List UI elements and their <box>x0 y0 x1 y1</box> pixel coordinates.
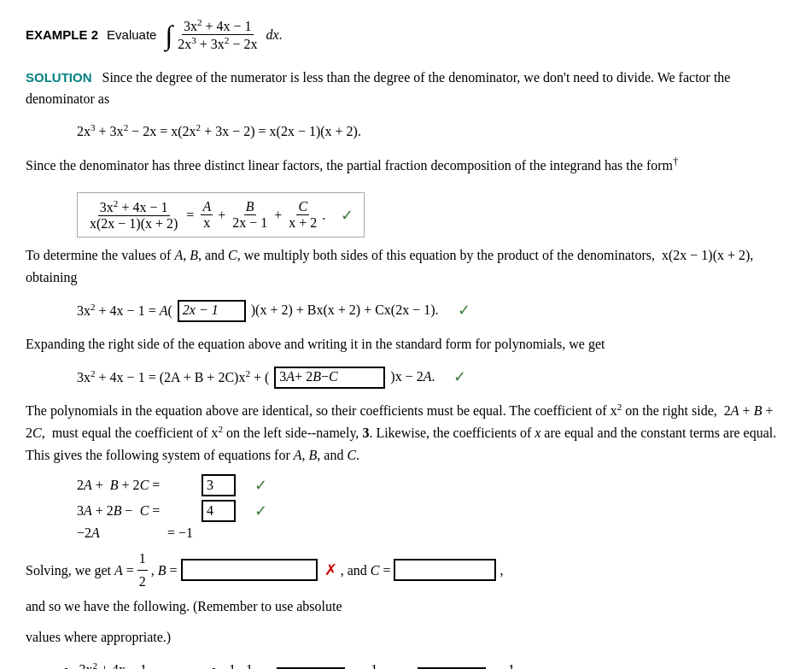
half-x-num: 1 <box>227 662 237 669</box>
sys3-lhs: −2A <box>77 525 162 541</box>
final-lhs-num: 3x2 + 4x − 1 <box>77 660 149 669</box>
solving-text2: and so we have the following. (Remember … <box>26 596 342 618</box>
checkmark-eq2: ✓ <box>453 363 466 390</box>
pf-B-den: 2x − 1 <box>231 215 269 231</box>
b-denom-frac: 1 2x − 1 <box>355 662 394 669</box>
solving-C-input[interactable] <box>394 559 496 581</box>
xmark-B: ✗ <box>324 558 337 583</box>
system-line-3: −2A = −1 <box>77 525 786 541</box>
text5-para: The polynomials in the equation above ar… <box>26 400 786 466</box>
sys2-input[interactable]: 4 <box>202 500 236 522</box>
final-integral-sign-lhs: ∫ <box>60 666 67 669</box>
solution-intro: SOLUTION Since the degree of the numerat… <box>26 67 786 110</box>
main-integral-fraction: 3x2 + 4x − 1 2x3 + 3x2 − 2x <box>176 17 259 53</box>
eq1-rhs: )(x + 2) + Bx(x + 2) + Cx(2x − 1). <box>251 298 439 323</box>
text4-para: Expanding the right side of the equation… <box>26 333 786 355</box>
example-header: EXAMPLE 2 Evaluate ∫ 3x2 + 4x − 1 2x3 + … <box>26 17 786 53</box>
c-denom-frac: 1 x + 2 <box>495 662 527 669</box>
eq2-lhs: 3x2 + 4x − 1 = (2A + B + 2C)x2 + ( <box>77 365 269 390</box>
system-block: 2A + B + 2C = 3 ✓ 3A + 2B − C = 4 ✓ −2A … <box>77 474 786 541</box>
final-lhs-frac: 3x2 + 4x − 1 2x3 + 3x2 − 2x <box>72 660 155 669</box>
solution-text1: Since the degree of the numerator is les… <box>26 70 730 107</box>
plus-1: + <box>218 208 225 223</box>
sys2-lhs: 3A + 2B − C = <box>77 503 196 519</box>
b-denom-num: 1 <box>369 662 379 669</box>
sys3-rhs: = −1 <box>167 525 193 541</box>
pf-B-num: B <box>244 199 256 215</box>
factoring-line: 2x3 + 3x2 − 2x = x(2x2 + 3x − 2) = x(2x … <box>77 119 786 144</box>
c-denom-num: 1 <box>506 662 517 669</box>
text2-content: Since the denominator has three distinct… <box>26 158 678 173</box>
system-line-2: 3A + 2B − C = 4 ✓ <box>77 500 786 522</box>
one-x-num: 1 <box>244 662 254 669</box>
comma-b: , B = <box>151 560 178 582</box>
half-fraction: 1 2 <box>137 548 148 592</box>
solving-A-val: 1 2 <box>137 548 148 592</box>
text3-para: To determine the values of A, B, and C, … <box>26 244 786 288</box>
pf-A-den: x <box>202 215 212 231</box>
checkmark-sys2: ✓ <box>254 502 267 520</box>
example-label: EXAMPLE 2 <box>26 27 98 42</box>
equation1-line: 3x2 + 4x − 1 = A( 2x − 1 )(x + 2) + Bx(x… <box>77 296 786 324</box>
absolute-values-line: values where appropriate.) <box>26 626 786 648</box>
pf-decomposition-box: 3x2 + 4x − 1 x(2x − 1)(x + 2) = A x + B … <box>77 192 365 238</box>
equation2-input[interactable]: 3A + 2B − C <box>274 367 385 389</box>
pf-A-frac: A x <box>201 199 213 231</box>
half-den: 2 <box>137 571 148 593</box>
evaluate-label: Evaluate <box>107 27 156 42</box>
comma-after-c: , <box>499 560 503 582</box>
checkmark-eq1: ✓ <box>458 296 470 324</box>
system-line-1: 2A + B + 2C = 3 ✓ <box>77 474 786 496</box>
text2-para: Since the denominator has three distinct… <box>26 153 786 177</box>
half-num: 1 <box>137 548 148 571</box>
pf-lhs: 3x2 + 4x − 1 x(2x − 1)(x + 2) <box>88 198 179 232</box>
half-x-frac: 1 2 <box>227 662 237 669</box>
and-c-label: , and C = <box>341 560 391 582</box>
solution-word: SOLUTION <box>26 70 92 85</box>
checkmark-pf: ✓ <box>341 206 353 225</box>
equation2-line: 3x2 + 4x − 1 = (2A + B + 2C)x2 + ( 3A + … <box>77 363 786 390</box>
final-integral-sign-rhs: ∫ <box>207 666 214 669</box>
sys1-lhs: 2A + B + 2C = <box>77 478 196 493</box>
bracket-content: [ 1 2 · 1 x + ( ) 1 2x − 1 + ( ) 1 <box>219 662 537 669</box>
dx-label: dx. <box>262 27 282 43</box>
factoring-text: 2x3 + 3x2 − 2x = x(2x2 + 3x − 2) = x(2x … <box>77 119 361 144</box>
equation1-input[interactable]: 2x − 1 <box>178 300 246 322</box>
solving-B-input[interactable] <box>181 559 318 581</box>
final-integral-block: ∫ 3x2 + 4x − 1 2x3 + 3x2 − 2x dx = ∫ [ 1… <box>60 660 786 669</box>
pf-B-frac: B 2x − 1 <box>231 199 269 231</box>
one-x-frac: 1 x <box>244 662 254 669</box>
main-integral-numerator: 3x2 + 4x − 1 <box>182 17 254 35</box>
solving-line: Solving, we get A = 1 2 , B = ✗ , and C … <box>26 548 786 618</box>
pf-C-frac: C x + 2 <box>287 199 318 231</box>
main-integral: ∫ 3x2 + 4x − 1 2x3 + 3x2 − 2x dx. <box>165 17 282 53</box>
pf-C-num: C <box>296 199 309 215</box>
plus-2: + <box>274 208 282 223</box>
equals-pf: = <box>186 208 194 223</box>
eq1-lhs: 3x2 + 4x − 1 = A( <box>77 298 172 324</box>
sys1-input[interactable]: 3 <box>202 474 236 496</box>
eq2-rhs: )x − 2A. <box>390 365 435 390</box>
pf-lhs-num: 3x2 + 4x − 1 <box>98 198 170 216</box>
solving-text1: Solving, we get A = <box>26 560 134 582</box>
main-integral-denominator: 2x3 + 3x2 − 2x <box>176 35 259 52</box>
pf-A-num: A <box>201 199 213 215</box>
integral-sign: ∫ <box>165 21 172 49</box>
pf-lhs-den: x(2x − 1)(x + 2) <box>88 216 179 232</box>
checkmark-sys1: ✓ <box>254 476 267 495</box>
pf-C-den: x + 2 <box>287 215 318 231</box>
